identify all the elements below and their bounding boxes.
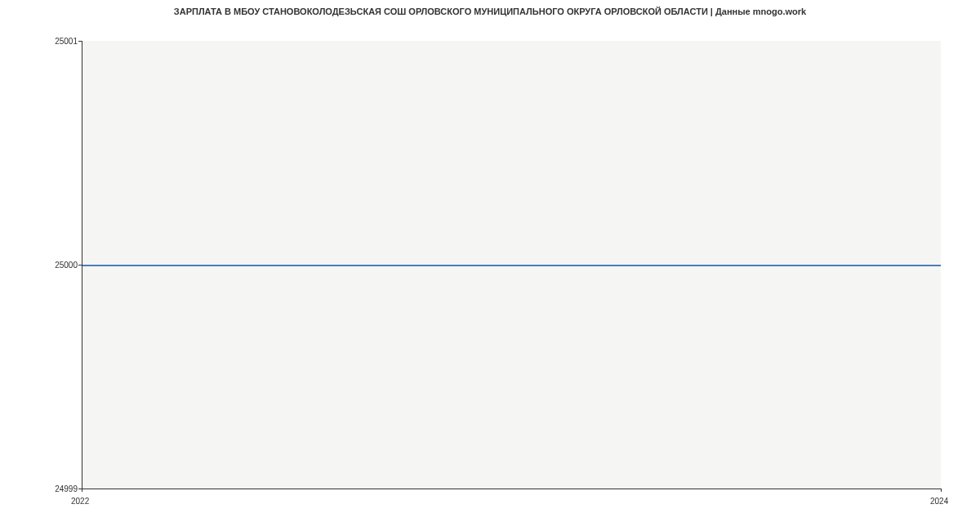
x-tick-mark <box>941 489 942 492</box>
chart-container: ЗАРПЛАТА В МБОУ СТАНОВОКОЛОДЕЗЬСКАЯ СОШ … <box>0 0 980 531</box>
y-tick-mark <box>78 41 82 42</box>
x-tick-label: 2022 <box>71 497 89 506</box>
y-axis-line <box>82 41 82 489</box>
data-line <box>82 265 941 266</box>
chart-title: ЗАРПЛАТА В МБОУ СТАНОВОКОЛОДЕЗЬСКАЯ СОШ … <box>0 7 980 16</box>
y-tick-label: 25001 <box>4 37 78 46</box>
x-axis-line <box>82 489 941 489</box>
x-tick-mark <box>82 489 82 492</box>
x-tick-label: 2024 <box>930 497 948 506</box>
y-tick-mark <box>78 265 82 266</box>
y-tick-label: 24999 <box>4 484 78 493</box>
y-tick-label: 25000 <box>4 261 78 270</box>
